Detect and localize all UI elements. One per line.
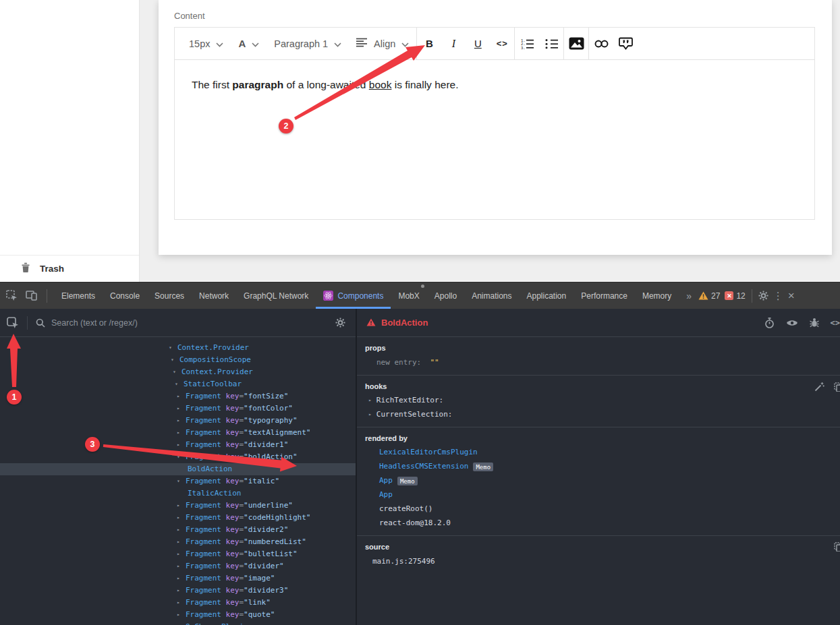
owner-link[interactable]: App: [379, 490, 393, 499]
chevron-collapsed-icon[interactable]: ▸: [177, 597, 186, 609]
tree-row-image[interactable]: ▸Fragment key="image": [0, 572, 356, 585]
tab-network[interactable]: Network: [192, 282, 236, 309]
source-location[interactable]: main.js:275496: [372, 557, 832, 566]
chevron-collapsed-icon[interactable]: ▸: [368, 397, 372, 403]
prop-value[interactable]: "": [430, 358, 439, 367]
font-color-dropdown[interactable]: A: [231, 28, 267, 59]
hook-row-currentselection[interactable]: ▸CurrentSelection:: [368, 410, 832, 419]
insert-link-button[interactable]: [589, 28, 613, 59]
suspense-timer-icon[interactable]: [764, 318, 775, 328]
tree-row-codeHighlight[interactable]: ▸Fragment key="codeHighlight": [0, 512, 356, 524]
chevron-collapsed-icon[interactable]: ▸: [177, 548, 186, 560]
copy-hooks-icon[interactable]: [834, 382, 840, 392]
editor-content-area[interactable]: The first paragraph of a long-awaited bo…: [175, 60, 814, 220]
parse-hook-names-wand-icon[interactable]: [814, 382, 824, 392]
chevron-expanded-icon[interactable]: ▾: [177, 451, 186, 463]
tree-row-textAlignment[interactable]: ▸Fragment key="textAlignment": [0, 427, 356, 439]
tree-row-divider2[interactable]: ▸Fragment key="divider2": [0, 524, 356, 536]
insert-image-button[interactable]: [564, 28, 588, 59]
chevron-collapsed-icon[interactable]: ▸: [177, 390, 186, 403]
tree-row-quote[interactable]: ▸Fragment key="quote": [0, 609, 356, 621]
tree-row-BoldAction[interactable]: BoldAction: [0, 463, 356, 475]
tab-application[interactable]: Application: [520, 282, 574, 309]
code-button[interactable]: <>: [490, 28, 514, 59]
chevron-expanded-icon[interactable]: ▾: [177, 475, 186, 487]
chevron-collapsed-icon[interactable]: ▸: [177, 536, 186, 548]
chevron-collapsed-icon[interactable]: ▸: [177, 572, 186, 585]
tree-row-underline[interactable]: ▸Fragment key="underline": [0, 500, 356, 512]
view-source-icon[interactable]: <>: [831, 318, 840, 328]
tab-animations[interactable]: Animations: [464, 282, 519, 309]
chevron-collapsed-icon[interactable]: ▸: [177, 403, 186, 415]
tree-row-divider1[interactable]: ▸Fragment key="divider1": [0, 439, 356, 451]
bold-button[interactable]: B: [417, 28, 441, 59]
close-devtools-icon[interactable]: ×: [788, 290, 795, 301]
tree-row-Context.Provider[interactable]: ▾Context.Provider: [0, 366, 356, 378]
sidebar-item-trash[interactable]: Trash: [0, 255, 139, 282]
debug-bug-icon[interactable]: [810, 318, 819, 328]
tree-row-boldAction[interactable]: ▾Fragment key="boldAction": [0, 451, 356, 463]
tree-row-CompositionScope[interactable]: ▾CompositionScope: [0, 354, 356, 366]
chevron-collapsed-icon[interactable]: ▸: [177, 560, 186, 572]
tab-apollo[interactable]: Apollo: [427, 282, 464, 309]
insert-quote-button[interactable]: [613, 28, 638, 59]
chevron-expanded-icon[interactable]: ▾: [173, 366, 181, 378]
chevron-expanded-icon[interactable]: ▾: [169, 342, 177, 354]
chevron-collapsed-icon[interactable]: ▸: [177, 439, 186, 451]
tree-row-italic[interactable]: ▾Fragment key="italic": [0, 475, 356, 487]
tab-memory[interactable]: Memory: [635, 282, 679, 309]
more-tabs-icon[interactable]: »: [684, 291, 694, 301]
underline-button[interactable]: U: [466, 28, 490, 59]
tree-row-OnChangePlugin[interactable]: OnChangePlugin: [0, 621, 356, 625]
tree-row-numberedList[interactable]: ▸Fragment key="numberedList": [0, 536, 356, 548]
chevron-collapsed-icon[interactable]: ▸: [177, 415, 186, 427]
tab-sources[interactable]: Sources: [147, 282, 192, 309]
error-icon[interactable]: ✕ 12: [725, 291, 745, 301]
italic-button[interactable]: I: [441, 28, 466, 59]
tab-performance[interactable]: Performance: [573, 282, 635, 309]
tree-row-fontColor[interactable]: ▸Fragment key="fontColor": [0, 403, 356, 415]
chevron-expanded-icon[interactable]: ▾: [171, 354, 179, 366]
chevron-collapsed-icon[interactable]: ▸: [177, 585, 186, 597]
kebab-menu-icon[interactable]: ⋮: [773, 291, 783, 301]
inspect-element-icon[interactable]: [6, 290, 18, 301]
tab-console[interactable]: Console: [103, 282, 147, 309]
tree-row-divider3[interactable]: ▸Fragment key="divider3": [0, 585, 356, 597]
owner-link[interactable]: App: [379, 476, 393, 485]
chevron-collapsed-icon[interactable]: ▸: [177, 500, 186, 512]
tree-row-StaticToolbar[interactable]: ▾StaticToolbar: [0, 378, 356, 390]
hook-row-richtexteditor[interactable]: ▸RichTextEditor:: [368, 396, 832, 405]
tab-mobx[interactable]: MobX: [391, 282, 426, 309]
chevron-collapsed-icon[interactable]: ▸: [177, 512, 186, 524]
tree-row-ItalicAction[interactable]: ItalicAction: [0, 487, 356, 500]
chevron-collapsed-icon[interactable]: ▸: [177, 609, 186, 621]
tab-elements[interactable]: Elements: [54, 282, 103, 309]
inspect-dom-eye-icon[interactable]: [786, 319, 798, 327]
chevron-collapsed-icon[interactable]: ▸: [177, 427, 186, 439]
owner-link[interactable]: LexicalEditorCmsPlugin: [379, 448, 478, 456]
tree-row-divider[interactable]: ▸Fragment key="divider": [0, 560, 356, 572]
search-input[interactable]: Search (text or /regex/): [51, 318, 329, 328]
tab-graphql-network[interactable]: GraphQL Network: [236, 282, 316, 309]
tree-row-bulletList[interactable]: ▸Fragment key="bulletList": [0, 548, 356, 560]
tab-components[interactable]: Components: [316, 282, 391, 309]
tree-row-link[interactable]: ▸Fragment key="link": [0, 597, 356, 609]
font-size-dropdown[interactable]: 15px: [181, 28, 231, 59]
numbered-list-button[interactable]: 1.2.3.: [515, 28, 539, 59]
tree-row-fontSize[interactable]: ▸Fragment key="fontSize": [0, 390, 356, 403]
chevron-expanded-icon[interactable]: ▾: [175, 378, 184, 390]
settings-gear-icon[interactable]: [758, 291, 768, 301]
chevron-collapsed-icon[interactable]: ▸: [177, 524, 186, 536]
select-component-icon[interactable]: [7, 317, 19, 329]
device-toolbar-icon[interactable]: [26, 291, 37, 301]
warning-icon[interactable]: 27: [698, 291, 720, 301]
tree-row-typography[interactable]: ▸Fragment key="typography": [0, 415, 356, 427]
bullet-list-button[interactable]: [539, 28, 563, 59]
prop-new-entry[interactable]: new entry: "": [376, 358, 832, 367]
tree-settings-gear-icon[interactable]: [335, 318, 345, 328]
copy-source-icon[interactable]: [834, 542, 840, 552]
owner-link[interactable]: HeadlessCMSExtension: [379, 462, 468, 471]
align-dropdown[interactable]: Align: [349, 28, 416, 59]
block-type-dropdown[interactable]: Paragraph 1: [267, 28, 349, 59]
chevron-collapsed-icon[interactable]: ▸: [368, 411, 372, 417]
